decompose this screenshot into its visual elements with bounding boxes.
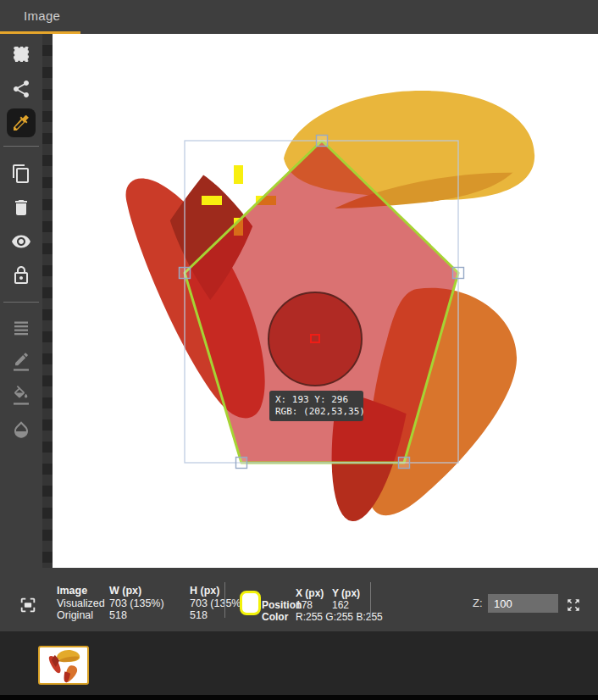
workspace-checker-strip [42,34,53,568]
handle-bottom-right[interactable] [399,458,410,469]
circle-annotation[interactable] [269,292,362,386]
picked-color-swatch [240,591,261,615]
handle-top[interactable] [317,136,328,147]
pencil-icon [11,352,31,372]
trash-icon [11,197,31,218]
eyedropper-button[interactable] [7,108,36,137]
color-label: Color [262,611,296,623]
handle-right[interactable] [453,268,464,279]
col-x-header: X (px) [296,587,332,599]
zoom-input[interactable] [488,594,558,613]
position-y-value: 162 [332,599,410,611]
copy-icon [11,164,31,184]
handle-bottom-left[interactable] [236,458,247,469]
marquee-select-icon [11,44,31,64]
statusbar-divider [224,582,225,618]
lock-icon [11,265,31,286]
delete-button[interactable] [11,197,31,218]
image-editor-app: Image [0,0,598,700]
droplet-icon [11,419,31,440]
share-tool-button[interactable] [11,79,31,99]
layers-icon [11,318,31,338]
image-size-table: Image W (px) H (px) Visualized 703 (135%… [57,585,266,622]
status-bar: Image W (px) H (px) Visualized 703 (135%… [0,568,598,631]
row-original-w: 518 [109,609,190,622]
expand-icon [566,597,581,613]
image-canvas[interactable]: X: 193 Y: 296RGB: (202,53,35) [53,34,598,568]
color-rgb-value: R:255 G:255 B:255 [296,611,410,623]
row-visualized-label: Visualized [57,597,109,610]
fill-button[interactable] [11,386,31,406]
tooltip-position: X: 193 Y: 296 [275,394,348,405]
image-thumbnail[interactable] [38,646,89,685]
center-focus-button[interactable] [19,596,37,614]
zoom-label: Z: [473,594,483,613]
eyedropper-icon [11,113,31,133]
thumb-petal-yellow [57,650,82,665]
rail-divider [3,302,39,303]
thumb-petal-orange [63,664,77,683]
pixel-info-tooltip: X: 193 Y: 296RGB: (202,53,35) [269,391,363,421]
row-original-label: Original [57,609,109,622]
lock-button[interactable] [11,265,31,286]
tab-image[interactable]: Image [24,0,60,31]
tooltip-rgb: RGB: (202,53,35) [275,406,365,417]
fill-icon [11,386,31,406]
row-visualized-w: 703 (135%) [109,597,190,610]
col-y-header: Y (px) [332,587,410,599]
opacity-button[interactable] [11,419,31,440]
marquee-select-button[interactable] [11,44,31,64]
visibility-button[interactable] [11,231,31,252]
canvas-artwork [53,34,598,568]
picker-info-table: X (px) Y (px) Position 178 162 Color R:2… [262,587,410,622]
center-focus-icon [19,596,37,614]
top-bar: Image [0,0,598,34]
share-icon [11,79,31,99]
copy-button[interactable] [11,164,31,184]
layers-button[interactable] [11,318,31,338]
position-label: Position [262,599,296,611]
col-w-header: W (px) [109,585,190,597]
image-table-title: Image [57,585,109,597]
eye-icon [11,231,31,252]
position-x-value: 178 [296,599,332,611]
tool-sidebar [0,34,42,568]
expand-button[interactable] [566,597,581,613]
handle-left[interactable] [180,268,191,279]
rail-divider [3,146,39,147]
filmstrip [0,631,598,695]
thumbnail-artwork [40,647,87,683]
statusbar-divider [370,582,371,618]
bottom-black-bar [0,695,598,700]
edit-button[interactable] [11,352,31,372]
